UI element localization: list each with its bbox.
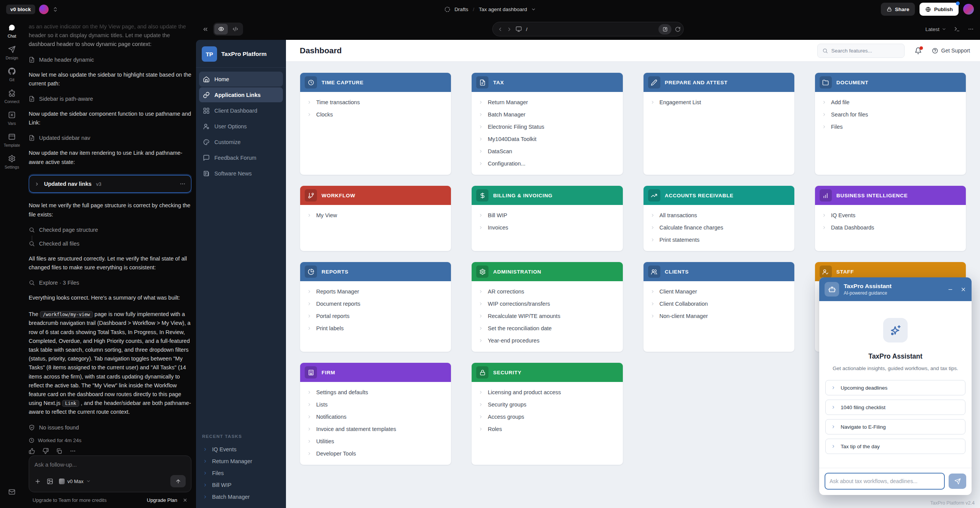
breadcrumb-project[interactable]: Tax agent dashboard	[479, 7, 527, 12]
feature-link[interactable]: DataScan	[472, 145, 622, 157]
minimize-assistant-button[interactable]	[947, 287, 953, 292]
feature-link[interactable]: Set the reconciliation date	[472, 322, 622, 334]
sidebar-nav-item[interactable]: Client Dashboard	[199, 103, 283, 118]
rail-item[interactable]: Vars	[8, 111, 16, 126]
feature-link[interactable]: Invoice and statement templates	[300, 423, 451, 435]
rail-item[interactable]: Connect	[4, 89, 19, 104]
sidebar-nav-item[interactable]: Customize	[199, 134, 283, 149]
rail-item[interactable]: Design	[6, 46, 18, 60]
notifications-button[interactable]	[915, 47, 922, 54]
feature-link[interactable]: IQ Events	[815, 209, 966, 221]
feature-search[interactable]	[817, 44, 905, 58]
feature-link[interactable]: Developer Tools	[300, 447, 451, 460]
feature-link[interactable]: Add file	[815, 96, 966, 108]
task-row[interactable]: Explore · 3 Files	[29, 280, 191, 286]
feature-link[interactable]: Security groups	[472, 398, 622, 411]
project-avatar[interactable]	[39, 5, 49, 14]
feature-link[interactable]: Year-end procedures	[472, 334, 622, 347]
feature-link[interactable]: Non-client Manager	[644, 310, 794, 322]
feature-link[interactable]: Batch Manager	[472, 108, 622, 121]
send-message-button[interactable]	[170, 475, 186, 487]
feature-link[interactable]: Roles	[472, 423, 622, 435]
ellipsis-button[interactable]	[70, 448, 76, 454]
thumbs-up-button[interactable]	[29, 448, 35, 454]
user-avatar[interactable]	[963, 4, 974, 15]
rail-item[interactable]: Chat	[8, 24, 16, 38]
feature-link[interactable]: Data Dashboards	[815, 221, 966, 234]
feature-link[interactable]: Notifications	[300, 411, 451, 423]
feature-link[interactable]: Time transactions	[300, 96, 451, 108]
refresh-button[interactable]	[675, 26, 681, 32]
rail-item[interactable]: Git	[8, 67, 16, 82]
close-assistant-button[interactable]	[960, 287, 966, 292]
task-row[interactable]: Checked page structure	[29, 227, 191, 233]
feature-link[interactable]: Engagement List	[644, 96, 794, 108]
share-button[interactable]: Share	[881, 3, 915, 16]
task-row[interactable]: Made header dynamic	[29, 57, 191, 63]
feature-link[interactable]: AR corrections	[472, 285, 622, 298]
recent-task-item[interactable]: Files	[202, 467, 280, 479]
search-input[interactable]	[831, 48, 900, 54]
version-card-menu[interactable]	[180, 181, 186, 187]
url-path[interactable]: /	[526, 26, 528, 32]
more-options-button[interactable]	[968, 26, 974, 32]
feature-link[interactable]: Invoices	[472, 221, 622, 234]
publish-button[interactable]: Publish	[920, 3, 959, 16]
task-row[interactable]: Checked all files	[29, 241, 191, 247]
feature-link[interactable]: Recalculate WIP/TE amounts	[472, 310, 622, 322]
feature-link[interactable]: Client Manager	[644, 285, 794, 298]
feature-link[interactable]: Calculate finance charges	[644, 221, 794, 234]
collapse-chat-button[interactable]	[202, 26, 209, 33]
feature-link[interactable]: Licensing and product access	[472, 386, 622, 398]
feature-link[interactable]: Reports Manager	[300, 285, 451, 298]
feature-link[interactable]: Return Manager	[472, 96, 622, 108]
recent-task-item[interactable]: Bill WIP	[202, 479, 280, 491]
breadcrumb-drafts[interactable]: Drafts	[454, 7, 468, 12]
feature-link[interactable]: Configuration...	[472, 157, 622, 170]
feature-link[interactable]: My View	[300, 209, 451, 221]
recent-task-item[interactable]: Return Manager	[202, 455, 280, 467]
assistant-input[interactable]	[830, 478, 940, 484]
feature-link[interactable]: WIP corrections/transfers	[472, 298, 622, 310]
assistant-send-button[interactable]	[949, 474, 966, 489]
feature-link[interactable]: My1040Data Toolkit	[472, 133, 622, 145]
sidebar-nav-item[interactable]: User Options	[199, 119, 283, 134]
rail-item[interactable]: Settings	[5, 155, 19, 169]
feature-link[interactable]: Access groups	[472, 411, 622, 423]
sidebar-nav-item[interactable]: Feedback Forum	[199, 150, 283, 165]
feature-link[interactable]: Bill WIP	[472, 209, 622, 221]
add-attachment-button[interactable]	[34, 478, 41, 485]
suggestion-button[interactable]: Upcoming deadlines	[825, 380, 965, 395]
sidebar-nav-item[interactable]: Application Links	[199, 87, 283, 102]
suggestion-button[interactable]: 1040 filing checklist	[825, 400, 965, 415]
sidebar-nav-item[interactable]: Home	[199, 72, 283, 87]
feature-link[interactable]: Print statements	[644, 234, 794, 246]
upgrade-plan-link[interactable]: Upgrade Plan	[147, 497, 178, 503]
chevron-down-icon[interactable]	[531, 7, 536, 12]
get-support-button[interactable]: Get Support	[932, 48, 970, 54]
feature-link[interactable]: Document reports	[300, 298, 451, 310]
sidebar-nav-item[interactable]: Software News	[199, 166, 283, 181]
feature-link[interactable]: Files	[815, 121, 966, 133]
forward-icon[interactable]	[506, 26, 512, 32]
add-image-button[interactable]	[47, 478, 53, 485]
model-selector[interactable]: v0 Max	[59, 479, 91, 484]
code-mode-button[interactable]	[229, 24, 242, 34]
copy-button[interactable]	[56, 448, 62, 454]
feature-link[interactable]: Search for files	[815, 108, 966, 121]
recent-task-item[interactable]: IQ Events	[202, 443, 280, 455]
preview-mode-button[interactable]	[214, 24, 228, 34]
suggestion-button[interactable]: Tax tip of the day	[825, 439, 965, 454]
feature-link[interactable]: All transactions	[644, 209, 794, 221]
suggestion-button[interactable]: Navigate to E-Filing	[825, 419, 965, 434]
rail-item[interactable]: Template	[4, 133, 20, 147]
feature-link[interactable]: Clocks	[300, 108, 451, 121]
brand-chip[interactable]: v0 block	[6, 5, 35, 14]
open-in-new-tab-button[interactable]	[658, 24, 671, 34]
project-switcher-icon[interactable]	[52, 7, 58, 12]
task-row[interactable]: Sidebar is path-aware	[29, 96, 191, 102]
back-icon[interactable]	[497, 26, 503, 32]
url-bar[interactable]: /	[492, 22, 684, 36]
feature-link[interactable]: Utilities	[300, 435, 451, 447]
version-card[interactable]: Updated nav linksv3	[29, 175, 191, 193]
